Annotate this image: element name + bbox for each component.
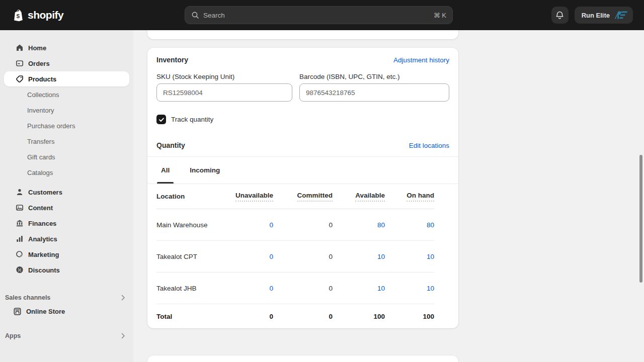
edit-locations-link[interactable]: Edit locations: [409, 142, 449, 149]
table-header-row: Location Unavailable Committed Available…: [156, 184, 434, 209]
committed-value: 0: [329, 221, 333, 229]
unavailable-value[interactable]: 0: [269, 285, 273, 292]
on-hand-value[interactable]: 80: [427, 221, 434, 229]
shopify-logo[interactable]: S shopify: [13, 9, 63, 22]
track-quantity-label: Track quantity: [171, 116, 213, 123]
sidebar-item-home[interactable]: Home: [4, 40, 129, 55]
target-cursor-icon: [15, 250, 24, 259]
search-input[interactable]: [203, 12, 430, 19]
sidebar-item-content[interactable]: Content: [4, 200, 129, 215]
sidebar-item-online-store[interactable]: Online Store: [4, 304, 129, 319]
bar-chart-icon: [15, 235, 24, 243]
sidebar-item-inventory[interactable]: Inventory: [4, 103, 129, 118]
sidebar-item-customers[interactable]: Customers: [4, 185, 129, 200]
barcode-input[interactable]: [299, 83, 449, 102]
available-value[interactable]: 10: [377, 253, 385, 260]
track-quantity-row[interactable]: Track quantity: [147, 115, 458, 124]
table-row: Takealot JHB 0 0 10 10: [156, 273, 434, 304]
svg-text:S: S: [16, 13, 20, 19]
header-available[interactable]: Available: [355, 192, 385, 202]
store-logo-icon: [614, 10, 628, 20]
location-name: Takealot JHB: [156, 285, 214, 292]
bank-icon: [15, 219, 24, 228]
sidebar-item-marketing[interactable]: Marketing: [4, 247, 129, 262]
discount-badge-icon: [15, 266, 24, 275]
header-unavailable[interactable]: Unavailable: [235, 192, 273, 202]
quantity-title: Quantity: [156, 141, 185, 149]
media-icon: [15, 204, 24, 212]
previous-card-partial: [147, 30, 458, 39]
on-hand-value[interactable]: 10: [427, 285, 434, 292]
committed-value: 0: [329, 285, 333, 292]
adjustment-history-link[interactable]: Adjustment history: [393, 56, 449, 64]
storefront-icon: [13, 307, 22, 316]
inventory-table: Location Unavailable Committed Available…: [147, 184, 458, 328]
track-quantity-checkbox[interactable]: [156, 115, 166, 124]
sidebar-nav: Home Orders Products Collections Invento…: [0, 30, 133, 362]
chevron-right-icon: [121, 295, 125, 301]
sidebar-item-catalogs[interactable]: Catalogs: [4, 165, 129, 180]
table-row: Takealot CPT 0 0 10 10: [156, 241, 434, 273]
header-committed[interactable]: Committed: [297, 192, 333, 202]
sidebar-section-sales-channels[interactable]: Sales channels: [0, 292, 133, 304]
sidebar-item-finances[interactable]: Finances: [4, 216, 129, 231]
inventory-card: Inventory Adjustment history SKU (Stock …: [147, 48, 458, 328]
sidebar-item-products[interactable]: Products: [4, 71, 129, 86]
search-icon: [191, 11, 199, 19]
orders-icon: [15, 59, 24, 68]
table-total-row: Total 0 0 100 100: [156, 304, 434, 328]
unavailable-value[interactable]: 0: [269, 221, 273, 229]
vertical-scrollbar[interactable]: [639, 155, 642, 283]
sidebar-item-orders[interactable]: Orders: [4, 56, 129, 71]
header-on-hand[interactable]: On hand: [407, 192, 434, 202]
sidebar-item-discounts[interactable]: Discounts: [4, 262, 129, 278]
total-available: 100: [373, 313, 385, 320]
available-value[interactable]: 10: [377, 285, 385, 292]
shopify-wordmark: shopify: [28, 9, 63, 21]
sku-input[interactable]: [156, 83, 292, 102]
shopify-bag-icon: S: [13, 9, 24, 22]
sidebar-item-analytics[interactable]: Analytics: [4, 231, 129, 246]
store-name: Run Elite: [582, 12, 610, 19]
checkmark-icon: [158, 117, 165, 123]
committed-value: 0: [329, 253, 333, 260]
tag-icon: [15, 75, 24, 83]
person-icon: [15, 188, 24, 197]
tab-incoming[interactable]: Incoming: [190, 157, 220, 184]
table-row: Main Warehouse 0 0 80 80: [156, 209, 434, 241]
tab-all[interactable]: All: [161, 157, 170, 184]
barcode-label: Barcode (ISBN, UPC, GTIN, etc.): [299, 73, 449, 80]
total-on-hand: 100: [423, 313, 434, 320]
quantity-tabs: All Incoming: [147, 157, 458, 184]
main-content: Inventory Adjustment history SKU (Stock …: [133, 30, 644, 362]
sku-label: SKU (Stock Keeping Unit): [156, 73, 292, 80]
location-name: Takealot CPT: [156, 253, 214, 260]
bell-icon: [555, 11, 565, 20]
on-hand-value[interactable]: 10: [427, 253, 434, 260]
search-shortcut: ⌘ K: [434, 12, 446, 19]
notifications-button[interactable]: [551, 7, 569, 24]
store-menu-button[interactable]: Run Elite: [575, 7, 633, 24]
home-icon: [15, 44, 24, 52]
sidebar-item-transfers[interactable]: Transfers: [4, 134, 129, 149]
available-value[interactable]: 80: [377, 221, 385, 229]
next-card-partial: [147, 355, 458, 362]
unavailable-value[interactable]: 0: [269, 253, 273, 260]
sidebar-section-apps[interactable]: Apps: [0, 330, 133, 342]
sidebar-item-gift-cards[interactable]: Gift cards: [4, 149, 129, 164]
total-label: Total: [156, 313, 214, 320]
chevron-right-icon: [121, 333, 125, 339]
total-committed: 0: [329, 313, 333, 320]
global-search[interactable]: ⌘ K: [185, 6, 453, 24]
total-unavailable: 0: [269, 313, 273, 320]
location-name: Main Warehouse: [156, 221, 214, 229]
sidebar-item-purchase-orders[interactable]: Purchase orders: [4, 118, 129, 133]
header-location: Location: [156, 193, 214, 200]
topbar: S shopify ⌘ K Run Elite: [0, 0, 644, 30]
inventory-card-title: Inventory: [156, 56, 188, 64]
sidebar-item-collections[interactable]: Collections: [4, 87, 129, 102]
